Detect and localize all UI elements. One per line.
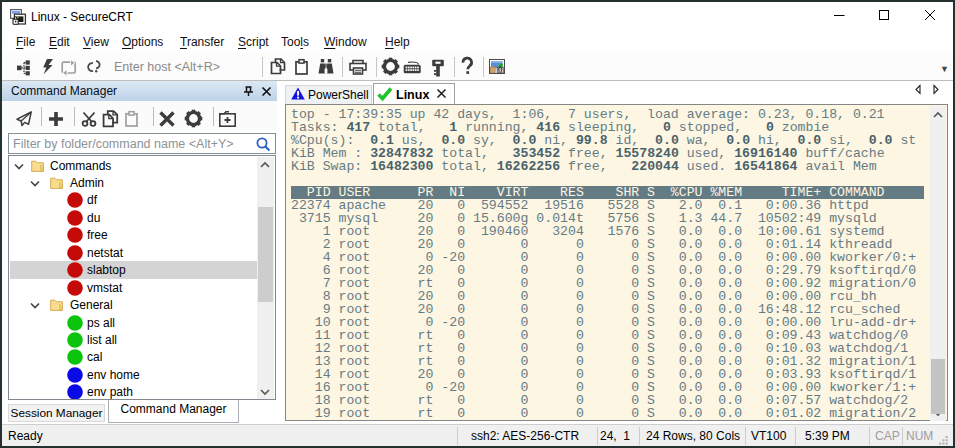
svg-text:8: 8 (499, 69, 501, 73)
